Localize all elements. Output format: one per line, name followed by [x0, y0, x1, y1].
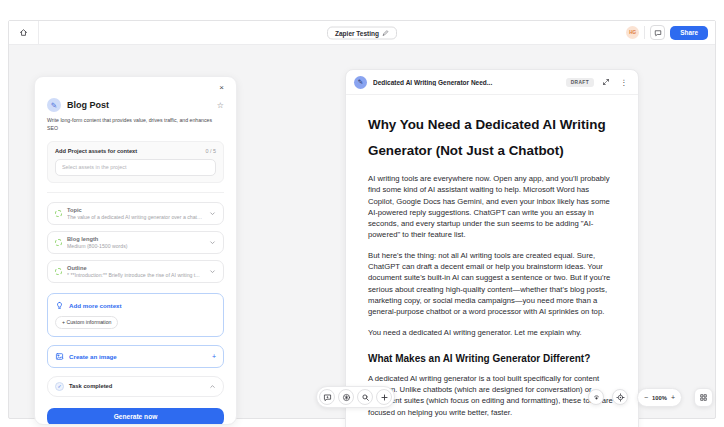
canvas-toolbar-left	[316, 386, 395, 408]
article-paragraph: A dedicated AI writing generator is a to…	[368, 373, 616, 418]
panel-description: Write long-form content that provides va…	[47, 117, 224, 133]
pointer-button[interactable]	[588, 389, 604, 405]
add-context-section: Add more context + Custom information	[47, 293, 224, 337]
create-image-label: Create an image	[69, 353, 207, 360]
create-image-button[interactable]: Create an image +	[47, 345, 224, 368]
plus-icon: +	[212, 353, 216, 360]
panel-header: ✎ Blog Post ☆	[47, 98, 224, 112]
chevron-down-icon	[209, 239, 216, 246]
sticker-asterisk-icon	[342, 393, 351, 402]
generate-now-button[interactable]: Generate now	[47, 408, 224, 425]
field-label: Topic	[67, 207, 204, 213]
favorite-star-icon[interactable]: ☆	[217, 101, 224, 110]
comment-icon	[654, 29, 662, 37]
add-node-button[interactable]	[376, 389, 392, 405]
chevron-up-icon	[209, 383, 216, 390]
article-subheading: What Makes an AI Writing Generator Diffe…	[368, 353, 616, 364]
plus-icon	[380, 393, 389, 402]
article-paragraph: AI writing tools are everywhere now. Ope…	[368, 173, 616, 241]
field-status-icon	[55, 268, 62, 275]
assets-counter: 0 / 5	[206, 148, 217, 154]
add-context-label[interactable]: Add more context	[69, 302, 122, 309]
home-icon	[19, 28, 28, 37]
search-button[interactable]	[357, 389, 373, 405]
zoom-out-button[interactable]: −	[644, 394, 648, 401]
document-title: Dedicated AI Writing Generator Need...	[373, 79, 560, 86]
canvas-frame: Zapier Testing HG Share × ✎ Blog Post ☆	[8, 20, 716, 419]
article-paragraph: You need a dedicated AI writing generato…	[368, 327, 616, 338]
divider	[644, 26, 645, 39]
field-status-icon	[55, 239, 62, 246]
check-icon: ✓	[55, 382, 64, 391]
home-button[interactable]	[9, 21, 39, 44]
zoom-controls: − 100% +	[637, 388, 682, 407]
expand-icon	[602, 78, 610, 86]
field-value: The value of a dedicated AI writing gene…	[67, 214, 204, 220]
top-bar: Zapier Testing HG Share	[9, 21, 715, 45]
target-icon	[616, 393, 625, 402]
divider	[47, 192, 224, 193]
task-completed-row[interactable]: ✓ Task completed	[47, 376, 224, 397]
pencil-icon: ✎	[47, 98, 61, 112]
document-header[interactable]: ✎ Dedicated AI Writing Generator Need...…	[346, 70, 638, 95]
more-options-button[interactable]: ⋮	[618, 76, 630, 88]
document-body: Why You Need a Dedicated AI Writing Gene…	[346, 95, 638, 427]
blog-post-panel: × ✎ Blog Post ☆ Write long-form content …	[34, 76, 237, 425]
field-value: * **Introduction:** Briefly introduce th…	[67, 272, 204, 278]
edit-icon	[382, 29, 389, 36]
grid-icon	[699, 393, 708, 402]
field-label: Outline	[67, 265, 204, 271]
chevron-down-icon	[209, 210, 216, 217]
comments-button[interactable]	[650, 25, 665, 40]
zoom-in-button[interactable]: +	[671, 394, 675, 401]
task-completed-label: Task completed	[69, 383, 204, 389]
document-card: ✎ Dedicated AI Writing Generator Need...…	[345, 69, 639, 427]
recenter-button[interactable]	[612, 389, 628, 405]
panel-title: Blog Post	[67, 100, 211, 110]
close-icon[interactable]: ×	[219, 84, 224, 92]
expand-button[interactable]	[600, 76, 612, 88]
article-heading: Why You Need a Dedicated AI Writing Gene…	[368, 112, 616, 164]
article-paragraph: But here's the thing: not all AI writing…	[368, 250, 616, 318]
app-window: Zapier Testing HG Share × ✎ Blog Post ☆	[0, 0, 724, 427]
lightbulb-icon	[55, 301, 64, 310]
project-assets-section: Add Project assets for context 0 / 5	[47, 141, 224, 183]
chat-sparkle-icon	[323, 393, 332, 402]
assets-label: Add Project assets for context	[55, 148, 206, 154]
custom-information-chip[interactable]: + Custom information	[55, 316, 118, 329]
field-status-icon	[55, 210, 62, 217]
field-label: Blog length	[67, 236, 204, 242]
minimap-button[interactable]	[694, 388, 713, 407]
workspace-name: Zapier Testing	[335, 29, 379, 36]
pointer-icon	[592, 393, 601, 402]
workspace-name-pill[interactable]: Zapier Testing	[327, 26, 397, 39]
assets-select-input[interactable]	[55, 159, 216, 176]
zoom-level: 100%	[652, 395, 667, 401]
templates-button[interactable]	[338, 389, 354, 405]
share-button[interactable]: Share	[670, 26, 708, 40]
search-icon	[361, 393, 370, 402]
ai-chat-button[interactable]	[319, 389, 335, 405]
status-badge: DRAFT	[566, 78, 594, 87]
field-blog-length[interactable]: Blog length Medium (800-1500 words)	[47, 231, 224, 254]
field-value: Medium (800-1500 words)	[67, 243, 204, 249]
user-avatar[interactable]: HG	[626, 26, 639, 39]
image-icon	[55, 352, 64, 361]
pencil-icon: ✎	[354, 76, 367, 89]
chevron-down-icon	[209, 268, 216, 275]
field-topic[interactable]: Topic The value of a dedicated AI writin…	[47, 202, 224, 225]
top-bar-right: HG Share	[626, 25, 715, 40]
kebab-icon: ⋮	[620, 78, 628, 87]
field-outline[interactable]: Outline * **Introduction:** Briefly intr…	[47, 260, 224, 283]
